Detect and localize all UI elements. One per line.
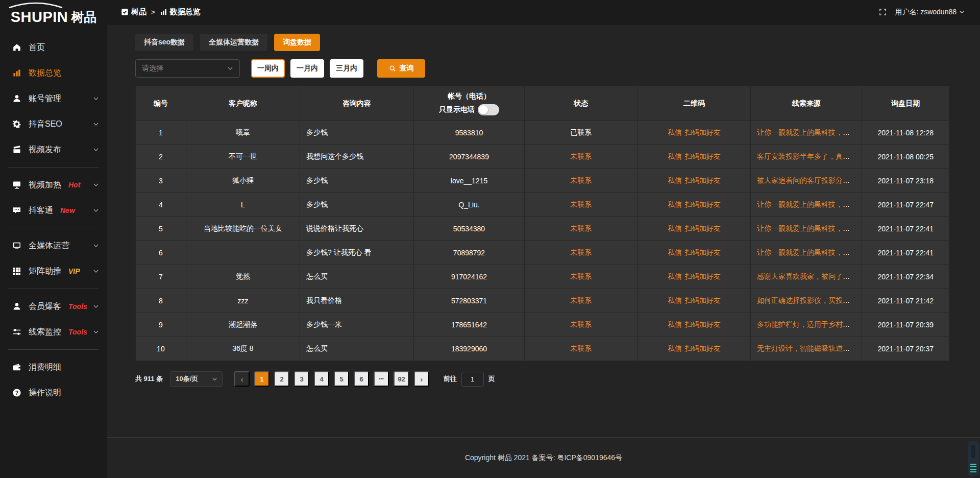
sidebar-item-expense-detail[interactable]: 消费明细 [0, 354, 107, 380]
phone-only-toggle[interactable] [478, 104, 499, 115]
display-icon [12, 241, 21, 250]
cell-status: 未联系 [524, 265, 638, 289]
next-page-button[interactable]: › [414, 371, 429, 387]
date-range-button-1[interactable]: 一月内 [290, 59, 324, 78]
cell-no: 6 [136, 241, 186, 265]
sidebar-item-member-burst[interactable]: 会员爆客Tools [0, 294, 107, 319]
scan-add-friend-link[interactable]: 扫码加好友 [685, 128, 721, 136]
sidebar-item-label: 首页 [29, 42, 45, 53]
table-row: 7觉然怎么买917024162未联系私信扫码加好友感谢大家喜欢我家，被问了好..… [136, 265, 949, 289]
page-button-5[interactable]: 5 [334, 371, 349, 387]
private-message-link[interactable]: 私信 [668, 128, 682, 136]
sidebar-item-home[interactable]: 首页 [0, 35, 107, 60]
page-button-2[interactable]: 2 [274, 371, 289, 387]
goto-page-input[interactable] [461, 372, 484, 387]
private-message-link[interactable]: 私信 [668, 320, 682, 328]
sidebar-item-video-publish[interactable]: 视频发布 [0, 137, 107, 162]
private-message-link[interactable]: 私信 [668, 296, 682, 304]
search-icon [389, 65, 396, 72]
sidebar-item-matrix-boost[interactable]: 矩阵助推VIP [0, 258, 107, 284]
lead-source-link[interactable]: 感谢大家喜欢我家，被问了好... [757, 272, 856, 280]
search-button[interactable]: 查询 [377, 59, 425, 78]
sidebar-item-douketong[interactable]: 抖客通New [0, 198, 107, 223]
private-message-link[interactable]: 私信 [668, 272, 682, 280]
column-header-4: 状态 [524, 86, 638, 121]
cell-source: 让你一眼就爱上的黑科技，能... [751, 241, 862, 265]
scan-add-friend-link[interactable]: 扫码加好友 [685, 296, 721, 304]
sidebar-item-badge: Hot [68, 181, 80, 189]
cell-no: 8 [136, 289, 186, 313]
sidebar-item-account-management[interactable]: 账号管理 [0, 86, 107, 111]
page-size-select[interactable]: 10条/页 [170, 371, 223, 387]
page-button-1[interactable]: 1 [254, 371, 270, 387]
sidebar-item-badge: Tools [68, 328, 87, 336]
filter-select[interactable]: 请选择 [135, 59, 240, 78]
page-ellipsis-button[interactable]: ••• [374, 371, 389, 387]
table-row: 4L多少钱Q_Liu.未联系私信扫码加好友让你一眼就爱上的黑科技，能...202… [136, 193, 949, 217]
question-icon: ? [12, 388, 21, 397]
lead-source-link[interactable]: 让你一眼就爱上的黑科技，能... [757, 200, 856, 208]
private-message-link[interactable]: 私信 [668, 200, 682, 208]
sidebar-item-media-operation[interactable]: 全媒体运营 [0, 233, 107, 258]
sidebar-divider [8, 349, 99, 350]
sidebar-item-data-overview[interactable]: 数据总览 [0, 60, 107, 86]
private-message-link[interactable]: 私信 [668, 152, 682, 160]
sidebar-item-label: 抖客通 [29, 205, 53, 216]
scan-add-friend-link[interactable]: 扫码加好友 [685, 176, 721, 184]
table-row: 2不可一世我想问这个多少钱2097344839未联系私信扫码加好友客厅安装投影半… [136, 145, 949, 169]
breadcrumb-item[interactable]: 树品 [121, 7, 146, 17]
table-row: 1036度 8怎么买183929060未联系私信扫码加好友无主灯设计，智能磁吸轨… [136, 337, 949, 361]
tab-inquiry-data[interactable]: 询盘数据 [274, 34, 320, 51]
prev-page-button[interactable]: ‹ [234, 371, 250, 387]
fullscreen-icon[interactable] [879, 8, 887, 16]
lead-source-link[interactable]: 让你一眼就爱上的黑科技，能... [757, 248, 856, 256]
floating-widget[interactable] [968, 441, 979, 476]
page-button-4[interactable]: 4 [314, 371, 329, 387]
cell-qr: 私信扫码加好友 [638, 265, 751, 289]
lead-source-link[interactable]: 被大家追着问的客厅投影分享... [757, 176, 856, 184]
sidebar-item-douyin-seo[interactable]: 抖音SEO [0, 111, 107, 137]
main-area: 树品>数据总览 用户名: zswodun88 抖音seo数据全媒体运营数据询盘数… [107, 0, 980, 478]
lead-source-link[interactable]: 让你一眼就爱上的黑科技，能... [757, 128, 856, 136]
brand-logo[interactable]: SHUPIN 树品 [0, 0, 107, 30]
scan-add-friend-link[interactable]: 扫码加好友 [685, 152, 721, 160]
scan-add-friend-link[interactable]: 扫码加好友 [685, 344, 721, 352]
scan-add-friend-link[interactable]: 扫码加好友 [685, 320, 721, 328]
date-range-button-2[interactable]: 三月内 [330, 59, 363, 78]
private-message-link[interactable]: 私信 [668, 248, 682, 256]
cell-no: 4 [136, 193, 186, 217]
cell-account: 178651642 [414, 313, 525, 337]
date-range-button-0[interactable]: 一周内 [251, 59, 285, 78]
tab-media-operation-data[interactable]: 全媒体运营数据 [200, 34, 267, 51]
user-menu[interactable]: 用户名: zswodun88 [895, 8, 965, 17]
cell-account: 70898792 [414, 241, 525, 265]
private-message-link[interactable]: 私信 [668, 224, 682, 232]
sidebar-item-video-heat[interactable]: 视频加热Hot [0, 172, 107, 198]
scan-add-friend-link[interactable]: 扫码加好友 [685, 248, 721, 256]
lead-source-link[interactable]: 如何正确选择投影仪，买投影... [757, 296, 856, 304]
sidebar-item-label: 会员爆客 [29, 301, 61, 312]
column-header-3: 帐号（电话）只显示电话 [414, 86, 525, 121]
cell-content: 多少钱 [300, 193, 413, 217]
phone-filter: 只显示电话 [414, 104, 524, 115]
tab-bar: 抖音seo数据全媒体运营数据询盘数据 [135, 34, 949, 51]
page-button-6[interactable]: 6 [354, 371, 369, 387]
cell-nickname [186, 241, 300, 265]
scan-add-friend-link[interactable]: 扫码加好友 [685, 200, 721, 208]
sidebar-item-help[interactable]: ?操作说明 [0, 380, 107, 405]
page-button-3[interactable]: 3 [294, 371, 309, 387]
breadcrumb-item[interactable]: 数据总览 [160, 7, 201, 17]
cell-no: 10 [136, 337, 186, 361]
sidebar-item-leads-monitor[interactable]: 线索监控Tools [0, 319, 107, 345]
private-message-link[interactable]: 私信 [668, 344, 682, 352]
lead-source-link[interactable]: 无主灯设计，智能磁吸轨道灯... [757, 344, 856, 352]
lead-source-link[interactable]: 多功能护栏灯，适用于乡村文... [757, 320, 856, 328]
cell-date: 2021-11-07 22:34 [862, 265, 949, 289]
scan-add-friend-link[interactable]: 扫码加好友 [685, 272, 721, 280]
lead-source-link[interactable]: 客厅安装投影半年多了，真实... [757, 152, 856, 160]
page-button-92[interactable]: 92 [394, 371, 409, 387]
scan-add-friend-link[interactable]: 扫码加好友 [685, 224, 721, 232]
tab-douyin-seo-data[interactable]: 抖音seo数据 [135, 34, 193, 51]
lead-source-link[interactable]: 让你一眼就爱上的黑科技，能... [757, 224, 856, 232]
private-message-link[interactable]: 私信 [668, 176, 682, 184]
